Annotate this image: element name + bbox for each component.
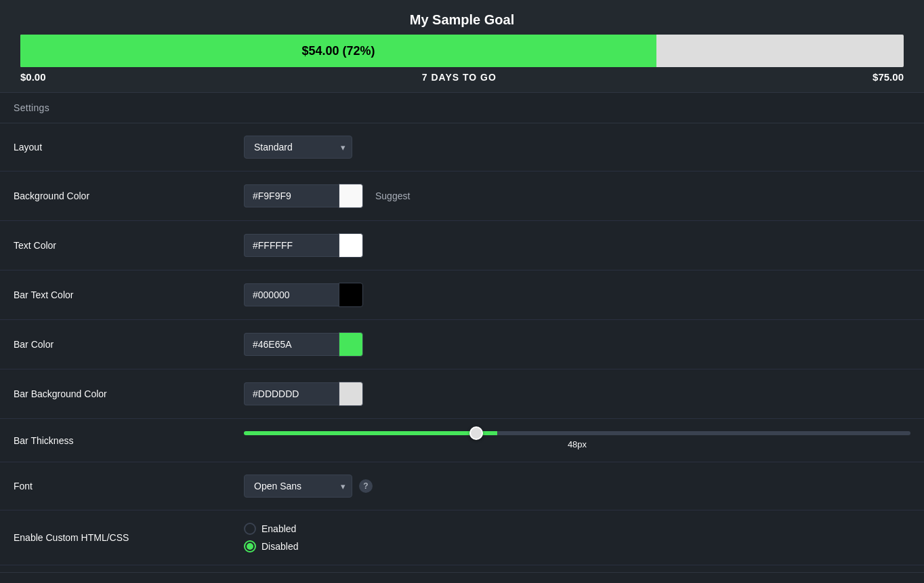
bar-text-color-text-input[interactable] bbox=[244, 283, 339, 306]
background-color-control: Suggest bbox=[244, 184, 910, 208]
bar-color-input-group bbox=[244, 332, 363, 357]
goal-end-label: $75.00 bbox=[873, 71, 904, 83]
bar-background-color-control bbox=[244, 382, 910, 406]
font-dropdown-wrapper[interactable]: Open Sans Roboto Lato Montserrat Oswald bbox=[244, 475, 352, 498]
custom-html-enabled-radio[interactable] bbox=[244, 523, 256, 535]
layout-label: Layout bbox=[14, 142, 244, 153]
bar-background-color-swatch[interactable] bbox=[339, 382, 363, 406]
progress-bar-container: $54.00 (72%) bbox=[20, 35, 904, 67]
preview-area: My Sample Goal $54.00 (72%) $0.00 7 DAYS… bbox=[0, 0, 924, 93]
bar-color-label: Bar Color bbox=[14, 339, 244, 350]
bar-thickness-value: 48px bbox=[244, 439, 910, 449]
background-color-row: Background Color Suggest bbox=[0, 172, 924, 221]
bar-color-row: Bar Color bbox=[0, 320, 924, 369]
goal-start-label: $0.00 bbox=[20, 71, 46, 83]
bar-thickness-label: Bar Thickness bbox=[14, 435, 244, 446]
goal-days-label: 7 DAYS TO GO bbox=[422, 72, 497, 83]
layout-row: Layout Standard Compact Detailed bbox=[0, 123, 924, 172]
bar-color-text-input[interactable] bbox=[244, 333, 339, 356]
font-control: Open Sans Roboto Lato Montserrat Oswald … bbox=[244, 475, 910, 498]
custom-html-enabled-label: Enabled bbox=[261, 523, 296, 534]
background-color-input-group bbox=[244, 184, 363, 208]
settings-section: Settings Layout Standard Compact Detaile… bbox=[0, 93, 924, 565]
custom-html-enabled-item[interactable]: Enabled bbox=[244, 523, 298, 535]
bar-thickness-slider-wrapper: 48px bbox=[244, 431, 910, 449]
text-color-row: Text Color bbox=[0, 221, 924, 270]
text-color-swatch[interactable] bbox=[339, 233, 363, 258]
text-color-text-input[interactable] bbox=[244, 234, 339, 257]
custom-html-row: Enable Custom HTML/CSS Enabled Disabled bbox=[0, 510, 924, 565]
bar-thickness-row: Bar Thickness 48px bbox=[0, 419, 924, 462]
bar-text-color-label: Bar Text Color bbox=[14, 289, 244, 300]
goal-labels: $0.00 7 DAYS TO GO $75.00 bbox=[20, 71, 904, 83]
bottom-bar: Defaults Save Settings bbox=[0, 572, 924, 583]
bar-text-color-swatch[interactable] bbox=[339, 283, 363, 307]
bar-text-color-row: Bar Text Color bbox=[0, 270, 924, 320]
custom-html-label: Enable Custom HTML/CSS bbox=[14, 532, 244, 543]
bar-background-color-text-input[interactable] bbox=[244, 382, 339, 405]
bar-text-color-input-group bbox=[244, 283, 363, 307]
bar-thickness-control: 48px bbox=[244, 431, 910, 449]
layout-select[interactable]: Standard Compact Detailed bbox=[244, 136, 352, 159]
progress-bar-text: $54.00 (72%) bbox=[20, 35, 656, 67]
bar-color-swatch[interactable] bbox=[339, 332, 363, 357]
text-color-control bbox=[244, 233, 910, 258]
font-row: Font Open Sans Roboto Lato Montserrat Os… bbox=[0, 462, 924, 510]
text-color-label: Text Color bbox=[14, 240, 244, 251]
background-color-label: Background Color bbox=[14, 190, 244, 201]
font-select[interactable]: Open Sans Roboto Lato Montserrat Oswald bbox=[244, 475, 352, 498]
custom-html-disabled-radio[interactable] bbox=[244, 540, 256, 552]
background-color-text-input[interactable] bbox=[244, 184, 339, 207]
custom-html-radio-group: Enabled Disabled bbox=[244, 523, 298, 552]
bar-thickness-slider[interactable] bbox=[244, 431, 910, 435]
bar-background-color-label: Bar Background Color bbox=[14, 388, 244, 399]
settings-header: Settings bbox=[0, 93, 924, 123]
background-color-swatch[interactable] bbox=[339, 184, 363, 208]
font-label: Font bbox=[14, 481, 244, 491]
bar-background-color-row: Bar Background Color bbox=[0, 369, 924, 419]
layout-dropdown-wrapper[interactable]: Standard Compact Detailed bbox=[244, 136, 352, 159]
bar-background-color-input-group bbox=[244, 382, 363, 406]
layout-control: Standard Compact Detailed bbox=[244, 136, 910, 159]
custom-html-disabled-label: Disabled bbox=[261, 541, 298, 552]
goal-title: My Sample Goal bbox=[20, 12, 904, 28]
custom-html-control: Enabled Disabled bbox=[244, 523, 910, 552]
bar-color-control bbox=[244, 332, 910, 357]
bar-text-color-control bbox=[244, 283, 910, 307]
suggest-button[interactable]: Suggest bbox=[375, 190, 410, 201]
font-help-icon[interactable]: ? bbox=[359, 479, 373, 493]
custom-html-disabled-item[interactable]: Disabled bbox=[244, 540, 298, 552]
text-color-input-group bbox=[244, 233, 363, 258]
